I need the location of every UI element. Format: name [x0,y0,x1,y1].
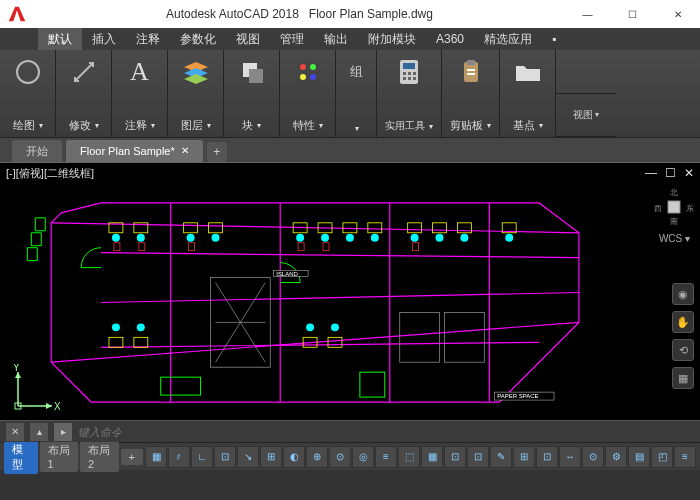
maximize-button[interactable]: ☐ [610,0,655,28]
tab-default[interactable]: 默认 [38,28,82,50]
title-text: Autodesk AutoCAD 2018 Floor Plan Sample.… [34,7,565,21]
svg-point-7 [300,74,306,80]
panel-layers[interactable]: 图层▾ [168,50,224,137]
status-toggle-13[interactable]: ⊡ [444,446,466,468]
svg-point-26 [212,234,220,242]
panel-properties[interactable]: 特性▾ [280,50,336,137]
status-toggle-6[interactable]: ◐ [283,446,305,468]
vp-minimize-icon[interactable]: — [645,166,657,180]
calculator-icon [393,56,425,88]
tab-view[interactable]: 视图 [226,28,270,50]
tab-manage[interactable]: 管理 [270,28,314,50]
cmd-history-icon[interactable]: ▴ [30,423,48,441]
svg-rect-9 [403,63,415,69]
nav-cube-icon[interactable]: ▦ [672,367,694,389]
svg-marker-69 [46,403,52,409]
tab-start[interactable]: 开始 [12,140,62,162]
svg-rect-54 [328,337,342,347]
view-compass[interactable]: 北 南 西 东 [654,187,694,227]
status-toggle-5[interactable]: ⊞ [260,446,282,468]
tab-a360[interactable]: A360 [426,28,474,50]
layout1-tab[interactable]: 布局1 [40,441,78,472]
group-icon: 组 [340,56,372,88]
panel-group[interactable]: 组 ▾ [336,50,377,137]
status-toggle-17[interactable]: ⊡ [536,446,558,468]
layout-add-button[interactable]: + [121,449,143,465]
status-toggle-1[interactable]: ﹟ [168,446,190,468]
tab-annotate[interactable]: 注释 [126,28,170,50]
status-toggle-9[interactable]: ◎ [352,446,374,468]
drawing-viewport[interactable]: [-][俯视][二维线框] — ☐ ✕ [0,162,700,442]
tab-add-button[interactable]: + [207,142,227,162]
command-input[interactable] [78,426,694,438]
viewport-header: [-][俯视][二维线框] — ☐ ✕ [0,163,700,183]
svg-rect-48 [433,223,447,233]
svg-point-35 [112,323,120,331]
status-toggle-12[interactable]: ▦ [421,446,443,468]
wcs-label[interactable]: WCS ▾ [659,233,690,244]
folder-icon [512,56,544,88]
svg-text:Y: Y [13,364,20,373]
close-button[interactable]: ✕ [655,0,700,28]
svg-point-38 [331,323,339,331]
tab-insert[interactable]: 插入 [82,28,126,50]
svg-point-34 [505,234,513,242]
minimize-button[interactable]: — [565,0,610,28]
status-toggle-19[interactable]: ⊙ [582,446,604,468]
text-icon: A [124,56,156,88]
panel-utilities[interactable]: 实用工具▾ [377,50,442,137]
status-toggle-18[interactable]: ↔ [559,446,581,468]
panel-base[interactable]: 基点▾ [500,50,556,137]
status-toggle-20[interactable]: ⚙ [605,446,627,468]
panel-draw[interactable]: 绘图▾ [0,50,56,137]
tab-addins[interactable]: 附加模块 [358,28,426,50]
status-toggle-3[interactable]: ⊡ [214,446,236,468]
panel-annotate[interactable]: A 注释▾ [112,50,168,137]
tab-overflow[interactable]: ▪ [542,28,566,50]
ribbon: 绘图▾ 修改▾ A 注释▾ 图层▾ 块▾ 特性▾ 组 ▾ 实用工具▾ 剪贴板▾ … [0,50,700,138]
status-toggle-2[interactable]: ∟ [191,446,213,468]
svg-rect-10 [403,72,406,75]
status-toggle-4[interactable]: ↘ [237,446,259,468]
tab-featured[interactable]: 精选应用 [474,28,542,50]
svg-rect-58 [139,243,145,251]
svg-point-24 [137,234,145,242]
status-toggle-14[interactable]: ⊡ [467,446,489,468]
svg-point-6 [310,74,316,80]
status-toggle-22[interactable]: ◰ [651,446,673,468]
status-toggle-10[interactable]: ≡ [375,446,397,468]
status-toggle-11[interactable]: ⬚ [398,446,420,468]
nav-pan-icon[interactable]: ✋ [672,311,694,333]
tab-parametric[interactable]: 参数化 [170,28,226,50]
layout2-tab[interactable]: 布局2 [80,441,118,472]
model-tab[interactable]: 模型 [4,440,38,474]
nav-wheel-icon[interactable]: ◉ [672,283,694,305]
panel-clipboard[interactable]: 剪贴板▾ [442,50,500,137]
status-bar: 模型 布局1 布局2 + ▦﹟∟⊡↘⊞◐⊕⊙◎≡⬚▦⊡⊡✎⊞⊡↔⊙⚙▤◰≡ [0,442,700,470]
window-controls: — ☐ ✕ [565,0,700,28]
svg-point-5 [310,64,316,70]
status-toggle-7[interactable]: ⊕ [306,446,328,468]
tab-close-icon[interactable]: ✕ [181,140,189,162]
status-toggle-21[interactable]: ▤ [628,446,650,468]
cmd-close-icon[interactable]: ✕ [6,423,24,441]
svg-rect-56 [360,372,385,397]
tab-active-document[interactable]: Floor Plan Sample*✕ [66,140,203,162]
status-toggle-16[interactable]: ⊞ [513,446,535,468]
status-toggle-15[interactable]: ✎ [490,446,512,468]
svg-rect-46 [368,223,382,233]
status-toggle-8[interactable]: ⊙ [329,446,351,468]
status-toggle-23[interactable]: ≡ [674,446,696,468]
viewport-label[interactable]: [-][俯视][二维线框] [6,166,94,181]
vp-close-icon[interactable]: ✕ [684,166,694,180]
nav-orbit-icon[interactable]: ⟲ [672,339,694,361]
panel-modify[interactable]: 修改▾ [56,50,112,137]
svg-point-23 [112,234,120,242]
panel-block[interactable]: 块▾ [224,50,280,137]
status-toggle-0[interactable]: ▦ [145,446,167,468]
tab-output[interactable]: 输出 [314,28,358,50]
extra-view[interactable]: 视图▾ [556,94,616,138]
vp-maximize-icon[interactable]: ☐ [665,166,676,180]
floor-plan-drawing: PAPER SPACE ISLAND [10,183,650,412]
svg-rect-62 [413,243,419,251]
